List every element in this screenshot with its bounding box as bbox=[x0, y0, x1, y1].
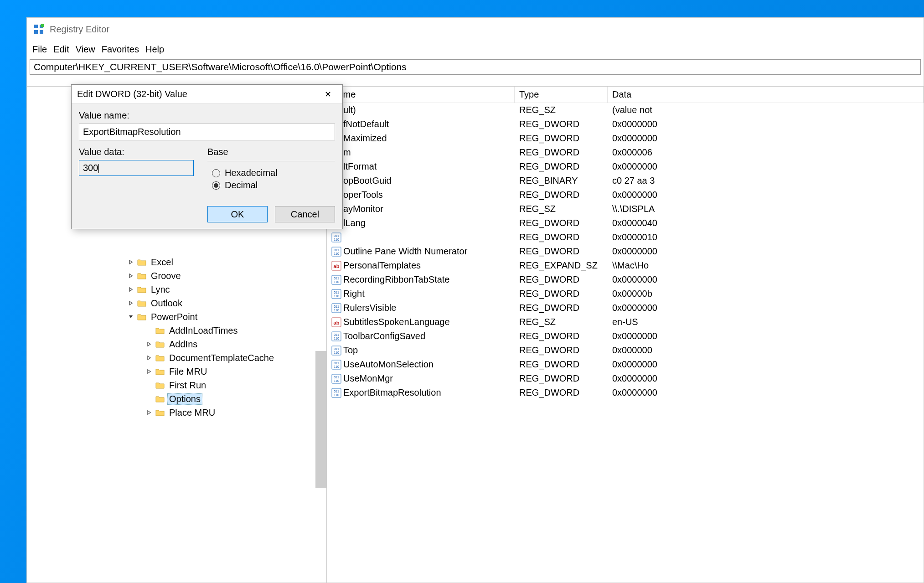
list-row[interactable]: opBootGuidREG_BINARYc0 27 aa 3 bbox=[327, 174, 924, 188]
value-name-text: ult) bbox=[343, 105, 356, 115]
cancel-button[interactable]: Cancel bbox=[275, 206, 335, 222]
list-row[interactable]: ayMonitorREG_SZ\\.\DISPLA bbox=[327, 202, 924, 216]
list-row[interactable]: operToolsREG_DWORD0x0000000 bbox=[327, 188, 924, 202]
tree-item-groove[interactable]: Groove bbox=[27, 269, 326, 283]
menu-favorites[interactable]: Favorites bbox=[99, 42, 142, 57]
cell-data: 0x0000010 bbox=[608, 232, 924, 242]
list-row[interactable]: mREG_DWORD0x000006 bbox=[327, 145, 924, 160]
tree-item-excel[interactable]: Excel bbox=[27, 255, 326, 269]
cell-data: (value not bbox=[608, 105, 924, 115]
col-header-type[interactable]: Type bbox=[515, 87, 608, 103]
value-name-text: SubtitlesSpokenLanguage bbox=[343, 317, 450, 327]
string-value-icon bbox=[331, 261, 341, 271]
chevron-right-icon[interactable] bbox=[127, 258, 134, 266]
cell-type: REG_DWORD bbox=[515, 133, 608, 144]
value-name-text: Maximized bbox=[343, 133, 387, 144]
address-bar[interactable]: Computer\HKEY_CURRENT_USER\Software\Micr… bbox=[30, 59, 921, 75]
list-row[interactable]: ult)REG_SZ(value not bbox=[327, 103, 924, 117]
folder-icon bbox=[137, 286, 146, 293]
tree-item-options[interactable]: Options bbox=[27, 392, 326, 406]
menu-edit[interactable]: Edit bbox=[51, 42, 72, 57]
value-data-input[interactable]: 300 bbox=[79, 160, 194, 176]
app-icon bbox=[33, 24, 44, 35]
list-row[interactable]: RecordingRibbonTabStateREG_DWORD0x000000… bbox=[327, 273, 924, 287]
tree-item-outlook[interactable]: Outlook bbox=[27, 296, 326, 310]
radio-decimal[interactable]: Decimal bbox=[212, 180, 330, 191]
value-name-field[interactable]: ExportBitmapResolution bbox=[79, 124, 335, 140]
col-header-name[interactable]: Name bbox=[327, 87, 515, 103]
list-row[interactable]: ExportBitmapResolutionREG_DWORD0x0000000 bbox=[327, 386, 924, 400]
string-value-icon bbox=[331, 317, 341, 327]
tree-item-file-mru[interactable]: File MRU bbox=[27, 365, 326, 378]
value-name-text: UseAutoMonSelection bbox=[343, 359, 434, 370]
chevron-right-icon[interactable] bbox=[127, 272, 134, 279]
list-row[interactable]: ltFormatREG_DWORD0x0000000 bbox=[327, 160, 924, 174]
cell-name: UseMonMgr bbox=[327, 373, 515, 384]
radio-icon bbox=[212, 181, 220, 190]
value-data-label: Value data: bbox=[79, 147, 194, 157]
tree-item-lync[interactable]: Lync bbox=[27, 283, 326, 296]
value-name-label: Value name: bbox=[79, 110, 335, 121]
tree-item-addinloadtimes[interactable]: AddInLoadTimes bbox=[27, 324, 326, 337]
tree-item-documenttemplatecache[interactable]: DocumentTemplateCache bbox=[27, 351, 326, 365]
list-header: Name Type Data bbox=[327, 87, 924, 103]
cell-type: REG_DWORD bbox=[515, 190, 608, 200]
tree-item-first-run[interactable]: First Run bbox=[27, 378, 326, 392]
tree-scroll-thumb[interactable] bbox=[315, 351, 326, 488]
binary-value-icon bbox=[331, 247, 341, 257]
tree-item-powerpoint[interactable]: PowerPoint bbox=[27, 310, 326, 324]
list-row[interactable]: PersonalTemplatesREG_EXPAND_SZ\\Mac\Ho bbox=[327, 258, 924, 273]
menu-file[interactable]: File bbox=[30, 42, 50, 57]
list-row[interactable]: UseMonMgrREG_DWORD0x0000000 bbox=[327, 371, 924, 386]
list-row[interactable]: RightREG_DWORD0x00000b bbox=[327, 287, 924, 301]
folder-icon bbox=[137, 299, 146, 307]
list-pane[interactable]: Name Type Data ult)REG_SZ(value notfNotD… bbox=[327, 87, 924, 583]
radio-hexadecimal[interactable]: Hexadecimal bbox=[212, 168, 330, 178]
chevron-right-icon[interactable] bbox=[145, 409, 153, 416]
chevron-right-icon[interactable] bbox=[145, 354, 153, 361]
value-name-text: Outline Pane Width Numerator bbox=[343, 246, 467, 257]
close-icon[interactable]: ✕ bbox=[319, 87, 337, 102]
binary-value-icon bbox=[331, 388, 341, 398]
edit-dword-dialog: Edit DWORD (32-bit) Value ✕ Value name: … bbox=[71, 84, 343, 229]
tree-item-label: AddInLoadTimes bbox=[167, 325, 239, 336]
list-row[interactable]: RulersVisibleREG_DWORD0x0000000 bbox=[327, 301, 924, 315]
tree-item-label: Options bbox=[167, 393, 202, 405]
cell-data: \\.\DISPLA bbox=[608, 204, 924, 214]
tree-item-label: Lync bbox=[149, 284, 172, 295]
col-header-data[interactable]: Data bbox=[608, 87, 924, 103]
tree-item-addins[interactable]: AddIns bbox=[27, 337, 326, 351]
cell-data: 0x0000000 bbox=[608, 190, 924, 200]
chevron-right-icon[interactable] bbox=[127, 299, 134, 307]
cell-type: REG_DWORD bbox=[515, 218, 608, 228]
cell-data: 0x000000 bbox=[608, 345, 924, 356]
folder-icon bbox=[155, 409, 165, 416]
list-row[interactable]: ToolbarConfigSavedREG_DWORD0x0000000 bbox=[327, 329, 924, 343]
binary-value-icon bbox=[331, 374, 341, 384]
dialog-title: Edit DWORD (32-bit) Value bbox=[77, 89, 187, 99]
value-name-text: m bbox=[343, 147, 351, 158]
cell-name: Maximized bbox=[327, 133, 515, 144]
list-row[interactable]: lLangREG_DWORD0x0000040 bbox=[327, 216, 924, 230]
chevron-right-icon[interactable] bbox=[127, 286, 134, 293]
chevron-right-icon[interactable] bbox=[145, 368, 153, 375]
list-row[interactable]: Outline Pane Width NumeratorREG_DWORD0x0… bbox=[327, 244, 924, 258]
cell-type: REG_DWORD bbox=[515, 274, 608, 285]
menu-view[interactable]: View bbox=[73, 42, 98, 57]
value-name-text: PersonalTemplates bbox=[343, 260, 421, 271]
list-row[interactable]: MaximizedREG_DWORD0x0000000 bbox=[327, 131, 924, 145]
list-row[interactable]: UseAutoMonSelectionREG_DWORD0x0000000 bbox=[327, 357, 924, 371]
menu-help[interactable]: Help bbox=[143, 42, 167, 57]
cell-name: ult) bbox=[327, 105, 515, 115]
cell-data: 0x0000040 bbox=[608, 218, 924, 228]
chevron-down-icon[interactable] bbox=[127, 313, 134, 320]
ok-button[interactable]: OK bbox=[207, 206, 268, 222]
cell-name: Outline Pane Width Numerator bbox=[327, 246, 515, 257]
list-row[interactable]: TopREG_DWORD0x000000 bbox=[327, 343, 924, 357]
chevron-right-icon[interactable] bbox=[145, 341, 153, 348]
list-row[interactable]: REG_DWORD0x0000010 bbox=[327, 230, 924, 244]
tree-item-place-mru[interactable]: Place MRU bbox=[27, 406, 326, 419]
list-row[interactable]: SubtitlesSpokenLanguageREG_SZen-US bbox=[327, 315, 924, 329]
list-row[interactable]: fNotDefaultREG_DWORD0x0000000 bbox=[327, 117, 924, 131]
cell-data: 0x0000000 bbox=[608, 274, 924, 285]
